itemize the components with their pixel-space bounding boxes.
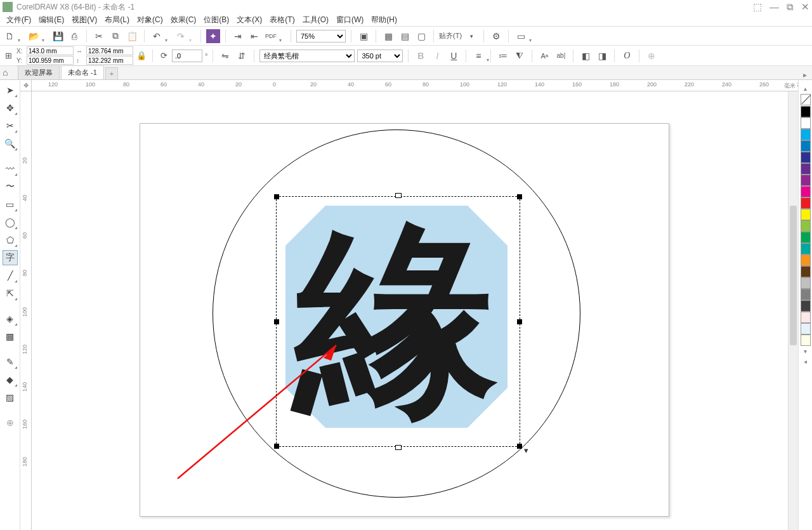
color-swatch[interactable] xyxy=(801,175,811,186)
crop-tool[interactable]: ✂ xyxy=(3,118,18,133)
copy-button[interactable]: ⧉ xyxy=(108,29,122,43)
swatch-none[interactable] xyxy=(801,94,811,105)
underline-button[interactable]: U xyxy=(447,49,461,63)
character-formatting-button[interactable]: Aa xyxy=(537,49,551,63)
font-size-select[interactable]: 350 pt xyxy=(357,50,403,62)
cut-button[interactable]: ✂ xyxy=(92,29,106,43)
tab-welcome[interactable]: 欢迎屏幕 xyxy=(18,65,60,79)
show-guidelines-button[interactable]: ▢ xyxy=(414,29,428,43)
drop-cap-button[interactable]: ⧨ xyxy=(513,49,527,63)
new-document-button[interactable]: 🗋 xyxy=(3,29,16,43)
color-swatch[interactable] xyxy=(801,335,811,346)
menu-effects[interactable]: 效果(C) xyxy=(168,13,199,27)
add-button[interactable]: ⊕ xyxy=(645,49,658,63)
maximize-button[interactable]: ⧉ xyxy=(787,1,794,13)
search-content-button[interactable]: ✦ xyxy=(206,29,220,43)
color-swatch[interactable] xyxy=(801,186,811,197)
align-right-button[interactable]: ◨ xyxy=(595,49,609,63)
zoom-tool[interactable]: 🔍 xyxy=(3,136,18,151)
fullscreen-preview-button[interactable]: ▣ xyxy=(357,29,370,43)
handle-e[interactable] xyxy=(517,319,522,324)
mirror-horizontal-button[interactable]: ⇋ xyxy=(218,49,232,63)
width-input[interactable] xyxy=(86,46,133,55)
handle-s[interactable] xyxy=(395,445,402,450)
undo-button[interactable]: ↶ xyxy=(150,29,164,43)
drop-shadow-tool[interactable]: ◈ xyxy=(3,311,18,326)
vertical-scrollbar[interactable] xyxy=(788,91,798,530)
smart-fill-tool[interactable]: ▨ xyxy=(3,390,18,405)
color-swatch[interactable] xyxy=(801,106,811,117)
text-align-button[interactable]: ≡ xyxy=(471,49,485,63)
menu-table[interactable]: 表格(T) xyxy=(267,13,297,27)
handle-n[interactable] xyxy=(395,193,402,198)
canvas-area[interactable]: ✥ 毫米 12010080604020020406080100120140160… xyxy=(20,80,798,530)
color-swatch[interactable] xyxy=(801,163,811,175)
zoom-level-select[interactable]: 75% xyxy=(296,30,346,43)
options-button[interactable]: ⚙ xyxy=(489,29,503,43)
bullet-list-button[interactable]: ≔ xyxy=(496,49,510,63)
viewport[interactable]: 緣 ▾ xyxy=(32,91,798,530)
handle-w[interactable] xyxy=(274,319,279,324)
color-swatch[interactable] xyxy=(801,129,811,140)
polygon-tool[interactable]: ⬠ xyxy=(3,232,18,248)
menu-tools[interactable]: 工具(O) xyxy=(300,13,331,27)
tab-document[interactable]: 未命名 -1 xyxy=(61,65,104,79)
color-swatch[interactable] xyxy=(801,232,811,243)
snap-dropdown-icon[interactable]: ▾ xyxy=(464,29,478,43)
lock-ratio-button[interactable]: 🔒 xyxy=(136,47,147,65)
font-name-select[interactable]: 经典繁毛楷 xyxy=(259,50,355,62)
menu-text[interactable]: 文本(X) xyxy=(234,13,265,27)
bold-button[interactable]: B xyxy=(414,49,428,63)
connector-tool[interactable]: ⇱ xyxy=(3,286,18,301)
import-button[interactable]: ⇥ xyxy=(231,29,245,43)
rectangle-tool[interactable]: ▭ xyxy=(3,197,18,212)
menu-layout[interactable]: 布局(L) xyxy=(102,13,132,27)
ruler-horizontal[interactable]: 毫米 1201008060402002040608010012014016018… xyxy=(32,80,798,91)
menu-window[interactable]: 窗口(W) xyxy=(334,13,366,27)
text-overflow-icon[interactable]: ▾ xyxy=(524,446,528,455)
color-swatch[interactable] xyxy=(801,117,811,129)
palette-flyout-icon[interactable]: ◂ xyxy=(804,358,807,365)
mirror-vertical-button[interactable]: ⇵ xyxy=(235,49,249,63)
height-input[interactable] xyxy=(86,56,133,65)
text-tool[interactable]: 字 xyxy=(3,250,18,265)
color-swatch[interactable] xyxy=(801,277,811,289)
color-swatch[interactable] xyxy=(801,312,811,323)
color-swatch[interactable] xyxy=(801,140,811,152)
pick-tool[interactable]: ➤ xyxy=(3,83,18,98)
color-swatch[interactable] xyxy=(801,300,811,312)
shape-tool[interactable]: ✥ xyxy=(3,100,18,116)
selection-bbox[interactable]: ▾ xyxy=(276,196,520,447)
tab-add[interactable]: + xyxy=(105,67,118,79)
show-rulers-button[interactable]: ▦ xyxy=(381,29,395,43)
handle-sw[interactable] xyxy=(274,444,279,449)
color-swatch[interactable] xyxy=(801,209,811,220)
palette-scroll-up-icon[interactable]: ▴ xyxy=(804,85,807,92)
paste-button[interactable]: 📋 xyxy=(125,29,139,43)
handle-se[interactable] xyxy=(517,444,522,449)
tab-scroll-right-icon[interactable]: ▸ xyxy=(798,70,812,79)
color-swatch[interactable] xyxy=(801,152,811,163)
close-button[interactable]: ✕ xyxy=(801,1,809,13)
ellipse-tool[interactable]: ◯ xyxy=(3,215,18,230)
rotation-input[interactable] xyxy=(172,50,202,62)
show-grid-button[interactable]: ▤ xyxy=(398,29,412,43)
ruler-vertical[interactable]: 20406080100120140160180 xyxy=(20,91,32,530)
scrollbar-thumb[interactable] xyxy=(790,206,797,345)
publish-pdf-button[interactable]: PDF xyxy=(264,29,278,43)
color-swatch[interactable] xyxy=(801,323,811,335)
menu-help[interactable]: 帮助(H) xyxy=(369,13,400,27)
color-swatch[interactable] xyxy=(801,220,811,232)
redo-button[interactable]: ↷ xyxy=(174,29,188,43)
launch-button[interactable]: ▭ xyxy=(514,29,528,43)
menu-edit[interactable]: 编辑(E) xyxy=(36,13,67,27)
ruler-origin[interactable]: ✥ xyxy=(20,80,32,91)
color-swatch[interactable] xyxy=(801,255,811,266)
eyedropper-tool[interactable]: ✎ xyxy=(3,354,18,369)
color-swatch[interactable] xyxy=(801,243,811,255)
window-help-icon[interactable]: ⬚ xyxy=(753,1,762,13)
open-button[interactable]: 📂 xyxy=(27,29,41,43)
handle-ne[interactable] xyxy=(517,194,522,199)
y-input[interactable] xyxy=(27,56,74,65)
transparency-tool[interactable]: ▩ xyxy=(3,329,18,344)
